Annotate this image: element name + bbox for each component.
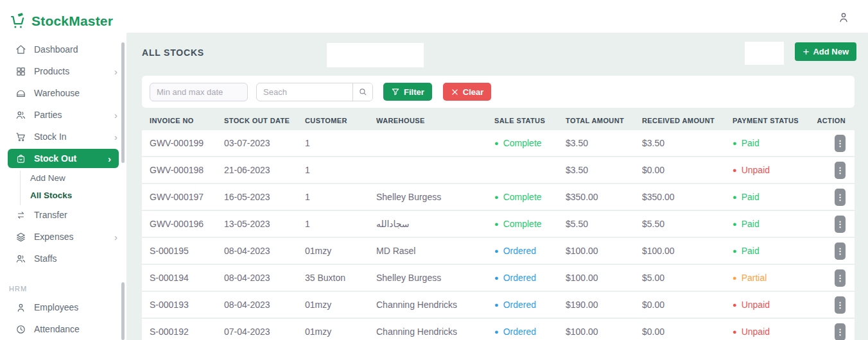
sidebar-subitem-all-stocks[interactable]: All Stocks bbox=[0, 187, 126, 204]
sidebar-item-stock-out[interactable]: Stock Out › bbox=[8, 149, 119, 168]
cell-received-amount: $350.00 bbox=[634, 192, 725, 202]
blank-panel bbox=[327, 43, 424, 67]
clear-label: Clear bbox=[463, 87, 484, 97]
grid-icon bbox=[15, 66, 26, 77]
row-actions-kebab-button[interactable]: ⋮ bbox=[835, 242, 846, 260]
date-range-input[interactable] bbox=[150, 83, 248, 101]
sidebar-item-label: Parties bbox=[34, 110, 62, 120]
cell-stock-out-date: 08-04-2023 bbox=[216, 273, 297, 283]
cell-received-amount: $0.00 bbox=[634, 327, 725, 337]
status-dot: ● bbox=[494, 194, 499, 201]
row-actions-kebab-button[interactable]: ⋮ bbox=[835, 162, 846, 179]
col-action: ACTION bbox=[808, 117, 855, 124]
status-dot: ● bbox=[494, 328, 499, 336]
row-actions-kebab-button[interactable]: ⋮ bbox=[835, 323, 846, 340]
cell-customer: 01mzy bbox=[297, 300, 369, 310]
submenu-guide-line bbox=[20, 171, 21, 205]
funnel-icon bbox=[391, 87, 400, 96]
sidebar-scrollbar-thumb[interactable] bbox=[121, 282, 125, 340]
row-actions-kebab-button[interactable]: ⋮ bbox=[835, 216, 846, 233]
brand-logo[interactable]: StockMaster bbox=[0, 0, 126, 33]
cell-customer: 1 bbox=[297, 219, 369, 229]
cart-logo-icon bbox=[9, 12, 27, 30]
status-dot: ● bbox=[733, 140, 737, 147]
cell-payment-status: ● Paid bbox=[725, 219, 808, 229]
payment-status-label: Unpaid bbox=[742, 165, 770, 175]
sidebar-item-transfer[interactable]: Transfer bbox=[0, 204, 126, 226]
row-actions-kebab-button[interactable]: ⋮ bbox=[835, 269, 846, 287]
cell-sale-status: ● Ordered bbox=[487, 246, 558, 256]
cell-received-amount: $0.00 bbox=[634, 300, 725, 310]
cell-invoice-no: GWV-000198 bbox=[142, 165, 216, 175]
col-stock-out-date: STOCK OUT DATE bbox=[216, 117, 297, 124]
payment-status-label: Paid bbox=[742, 138, 759, 148]
table-body: GWV-000199 03-07-2023 1 ● Complete $3.50… bbox=[142, 130, 855, 340]
search-group bbox=[256, 83, 373, 101]
sidebar-item-products[interactable]: Products › bbox=[0, 60, 126, 82]
search-button[interactable] bbox=[352, 83, 372, 101]
sidebar-scrollbar-thumb[interactable] bbox=[121, 42, 125, 163]
sidebar-item-label: Transfer bbox=[34, 210, 67, 220]
col-warehouse: WAREHOUSE bbox=[369, 117, 487, 124]
sidebar-item-stock-in[interactable]: Stock In › bbox=[0, 126, 126, 148]
cell-payment-status: ● Unpaid bbox=[725, 165, 808, 175]
table-row: GWV-000196 13-05-2023 1 سجادالله ● Compl… bbox=[142, 211, 855, 237]
row-actions-kebab-button[interactable]: ⋮ bbox=[835, 296, 846, 314]
filter-button[interactable]: Filter bbox=[383, 83, 432, 101]
row-actions-kebab-button[interactable]: ⋮ bbox=[835, 189, 846, 206]
sidebar-item-staffs[interactable]: Staffs bbox=[0, 248, 126, 269]
sidebar-item-attendance[interactable]: Attendance bbox=[0, 318, 126, 340]
cell-sale-status: ● Complete bbox=[487, 219, 558, 229]
col-payment-status: PAYMENT STATUS bbox=[725, 117, 808, 124]
sidebar-item-label: Stock Out bbox=[34, 153, 76, 164]
cell-sale-status: ● Ordered bbox=[487, 300, 558, 310]
transfer-icon bbox=[15, 210, 26, 221]
cell-received-amount: $5.00 bbox=[634, 273, 725, 283]
sidebar-nav: Dashboard Products › Warehouse Parties ›… bbox=[0, 33, 126, 340]
sidebar-item-label: Dashboard bbox=[34, 44, 78, 55]
clear-button[interactable]: Clear bbox=[443, 83, 492, 101]
table-header-row: INVOICE NO STOCK OUT DATE CUSTOMER WAREH… bbox=[142, 112, 855, 129]
sidebar-item-employees[interactable]: Employees bbox=[0, 296, 126, 318]
add-new-label: Add New bbox=[813, 47, 849, 56]
cell-payment-status: ● Paid bbox=[725, 192, 808, 202]
row-actions-kebab-button[interactable]: ⋮ bbox=[835, 135, 846, 152]
sidebar-subitem-add-new[interactable]: Add New bbox=[0, 169, 126, 187]
payment-status-label: Paid bbox=[742, 219, 759, 229]
status-dot: ● bbox=[733, 167, 737, 174]
plus-icon: + bbox=[803, 46, 809, 57]
filter-label: Filter bbox=[404, 87, 424, 97]
sale-status-label: Complete bbox=[503, 219, 542, 229]
search-input[interactable] bbox=[257, 83, 352, 101]
sidebar-item-expenses[interactable]: Expenses › bbox=[0, 226, 126, 248]
cell-sale-status: ● Ordered bbox=[487, 273, 558, 283]
user-profile-icon[interactable] bbox=[837, 11, 850, 24]
cell-sale-status: ● Complete bbox=[487, 192, 558, 202]
cell-action: ⋮ bbox=[808, 162, 855, 179]
col-received-amount: RECEIVED AMOUNT bbox=[634, 117, 725, 124]
sidebar-item-warehouse[interactable]: Warehouse bbox=[0, 82, 126, 104]
table-row: S-000193 08-04-2023 01mzy Channing Hendr… bbox=[142, 292, 855, 318]
layers-icon bbox=[15, 232, 26, 242]
cell-action: ⋮ bbox=[808, 269, 855, 287]
cell-received-amount: $5.50 bbox=[634, 219, 725, 229]
sidebar: StockMaster Dashboard Products › Warehou… bbox=[0, 0, 126, 340]
sidebar-item-parties[interactable]: Parties › bbox=[0, 104, 126, 126]
cell-total-amount: $3.50 bbox=[558, 138, 634, 148]
payment-status-label: Partial bbox=[742, 273, 767, 283]
sale-status-label: Ordered bbox=[503, 327, 536, 337]
cell-total-amount: $3.50 bbox=[558, 165, 634, 175]
cell-action: ⋮ bbox=[808, 135, 855, 152]
sidebar-item-dashboard[interactable]: Dashboard bbox=[0, 38, 126, 60]
cell-stock-out-date: 03-07-2023 bbox=[216, 138, 297, 148]
main-content: ALL STOCKS + Add New Filter Clear bbox=[126, 33, 868, 340]
cell-action: ⋮ bbox=[808, 323, 855, 340]
cell-stock-out-date: 21-06-2023 bbox=[216, 165, 297, 175]
cell-payment-status: ● Unpaid bbox=[725, 327, 808, 337]
cell-action: ⋮ bbox=[808, 216, 855, 233]
cell-invoice-no: GWV-000196 bbox=[142, 219, 216, 229]
home-icon bbox=[15, 44, 26, 55]
table-row: S-000192 07-04-2023 01mzy Channing Hendr… bbox=[142, 319, 855, 340]
add-new-button[interactable]: + Add New bbox=[795, 42, 856, 61]
status-dot: ● bbox=[733, 221, 737, 228]
